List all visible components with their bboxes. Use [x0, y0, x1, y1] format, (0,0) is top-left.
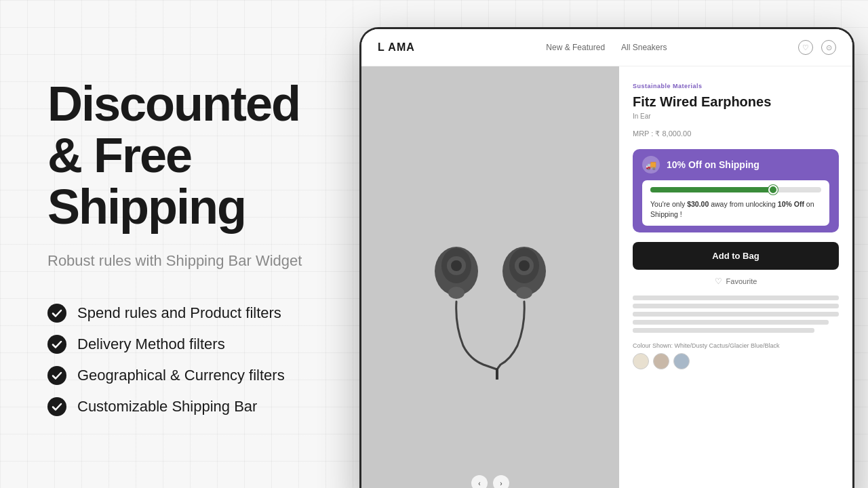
- product-description: [633, 296, 839, 333]
- feature-item-4: Customizable Shipping Bar: [47, 397, 305, 416]
- svg-point-13: [516, 287, 532, 299]
- colour-options: [633, 353, 839, 369]
- svg-point-0: [47, 304, 66, 323]
- widget-truck-icon: 🚚: [642, 156, 660, 174]
- favourite-row: ♡ Favourite: [633, 277, 839, 286]
- check-icon-2: [47, 335, 66, 354]
- desc-line-2: [633, 304, 839, 308]
- features-list: Spend rules and Product filters Delivery…: [47, 304, 305, 416]
- product-subtitle: In Ear: [633, 113, 839, 120]
- wishlist-icon[interactable]: ♡: [798, 40, 813, 55]
- product-layout: ‹ › Sustainable Materials Fitz Wired Ear…: [361, 66, 852, 488]
- progress-bar-fill: [650, 187, 773, 192]
- prev-image-button[interactable]: ‹: [471, 475, 488, 488]
- store-nav: L AMA New & Featured All Sneakers ♡ ⊙: [361, 29, 852, 66]
- device-content: L AMA New & Featured All Sneakers ♡ ⊙: [361, 29, 852, 488]
- widget-header: 🚚 10% Off on Shipping: [642, 156, 829, 174]
- earphones-image: [395, 190, 585, 380]
- cart-icon[interactable]: ⊙: [821, 40, 836, 55]
- device-frame: L AMA New & Featured All Sneakers ♡ ⊙: [359, 27, 854, 488]
- widget-message: You're only $30.00 away from unlocking 1…: [650, 199, 821, 219]
- next-image-button[interactable]: ›: [493, 475, 509, 488]
- left-panel: Discounted & Free Shipping Robust rules …: [0, 0, 346, 488]
- widget-title: 10% Off on Shipping: [667, 159, 760, 170]
- nav-link-featured[interactable]: New & Featured: [546, 43, 605, 52]
- feature-item-1: Spend rules and Product filters: [47, 304, 305, 323]
- product-tag: Sustainable Materials: [633, 83, 839, 89]
- product-image-area: ‹ ›: [361, 66, 619, 488]
- colour-swatch-1[interactable]: [633, 353, 649, 369]
- product-name: Fitz Wired Earphones: [633, 94, 839, 110]
- colour-swatch-3[interactable]: [673, 353, 690, 369]
- widget-body: You're only $30.00 away from unlocking 1…: [642, 180, 829, 226]
- widget-discount: 10% Off: [778, 200, 804, 208]
- check-icon-4: [47, 397, 66, 416]
- widget-msg-pre: You're only: [650, 200, 687, 208]
- add-to-bag-button[interactable]: Add to Bag: [633, 242, 839, 270]
- svg-point-7: [451, 260, 462, 271]
- favourite-heart-icon: ♡: [715, 277, 722, 286]
- favourite-label[interactable]: Favourite: [726, 277, 757, 285]
- svg-point-12: [519, 260, 530, 271]
- store-logo: L AMA: [378, 41, 415, 54]
- svg-point-2: [47, 366, 66, 385]
- right-panel: L AMA New & Featured All Sneakers ♡ ⊙: [346, 0, 868, 488]
- progress-bar-thumb: [768, 185, 778, 195]
- svg-point-1: [47, 335, 66, 354]
- store-nav-links: New & Featured All Sneakers: [546, 43, 667, 52]
- sub-heading: Robust rules with Shipping Bar Widget: [47, 251, 305, 271]
- widget-amount: $30.00: [687, 200, 709, 208]
- product-image-placeholder: [361, 66, 619, 488]
- check-icon-1: [47, 304, 66, 323]
- store-nav-icons: ♡ ⊙: [798, 40, 836, 55]
- shipping-bar-widget: 🚚 10% Off on Shipping You're only $30.00…: [633, 149, 839, 232]
- product-details: Sustainable Materials Fitz Wired Earphon…: [619, 66, 852, 488]
- desc-line-4: [633, 320, 829, 325]
- svg-point-3: [47, 397, 66, 416]
- progress-bar-container: [650, 187, 821, 192]
- desc-line-5: [633, 328, 814, 333]
- desc-line-3: [633, 312, 839, 317]
- image-nav-arrows: ‹ ›: [471, 475, 509, 488]
- colour-label: Colour Shown: White/Dusty Cactus/Glacier…: [633, 342, 839, 349]
- nav-link-sneakers[interactable]: All Sneakers: [621, 43, 667, 52]
- feature-item-3: Geographical & Currency filters: [47, 366, 305, 385]
- widget-msg-post: away from unlocking: [709, 200, 778, 208]
- feature-item-2: Delivery Method filters: [47, 335, 305, 354]
- main-heading: Discounted & Free Shipping: [47, 79, 305, 232]
- product-price: MRP : ₹ 8,000.00: [633, 129, 839, 138]
- desc-line-1: [633, 296, 839, 300]
- check-icon-3: [47, 366, 66, 385]
- svg-point-8: [448, 287, 465, 299]
- colour-swatch-2[interactable]: [653, 353, 669, 369]
